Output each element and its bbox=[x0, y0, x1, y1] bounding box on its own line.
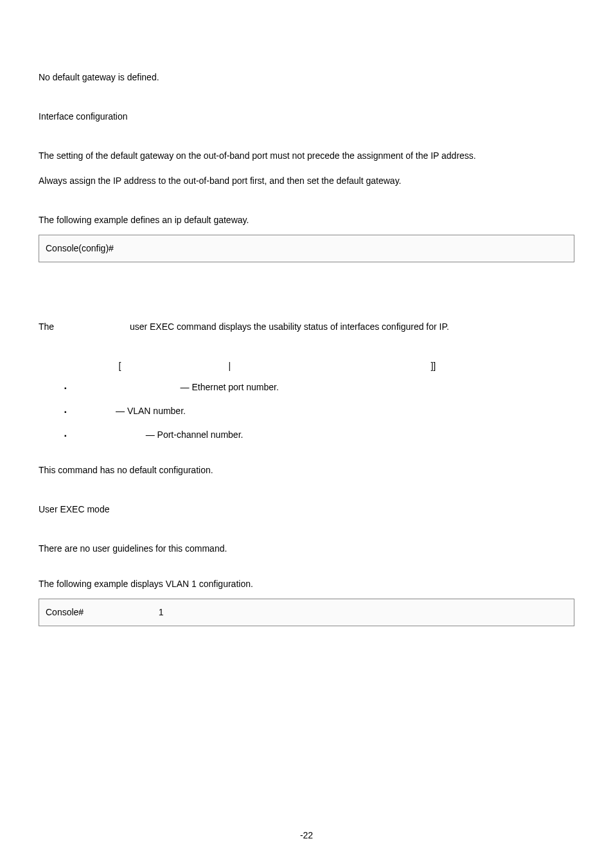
parameter-list: — Ethernet port number. — VLAN number. —… bbox=[39, 381, 574, 442]
page-number: -22 bbox=[300, 829, 313, 842]
syntax-line: [ | ]] bbox=[39, 359, 574, 373]
code-box-1: Console(config)# bbox=[39, 235, 574, 262]
text-no-default-gateway: No default gateway is defined. bbox=[39, 71, 574, 84]
example-intro-1: The following example defines an ip defa… bbox=[39, 213, 574, 227]
code-content-2: Console# 1 bbox=[46, 607, 164, 617]
exec-the: The bbox=[39, 321, 57, 332]
example-intro-2: The following example displays VLAN 1 co… bbox=[39, 577, 574, 591]
exec-description: The user EXEC command displays the usabi… bbox=[39, 320, 574, 334]
exec-rest: user EXEC command displays the usability… bbox=[127, 321, 449, 332]
param-portchannel: — Port-channel number. bbox=[64, 428, 574, 442]
param-ethernet: — Ethernet port number. bbox=[64, 381, 574, 394]
text-interface-config: Interface configuration bbox=[39, 110, 574, 123]
param-vlan: — VLAN number. bbox=[64, 404, 574, 418]
text-no-guidelines: There are no user guidelines for this co… bbox=[39, 542, 574, 556]
text-setting-note: The setting of the default gateway on th… bbox=[39, 149, 574, 163]
text-user-exec-mode: User EXEC mode bbox=[39, 503, 574, 516]
code-content-1: Console(config)# bbox=[46, 243, 116, 253]
code-box-2: Console# 1 bbox=[39, 599, 574, 626]
text-always-assign: Always assign the IP address to the out-… bbox=[39, 174, 574, 188]
text-no-default-config: This command has no default configuratio… bbox=[39, 464, 574, 477]
